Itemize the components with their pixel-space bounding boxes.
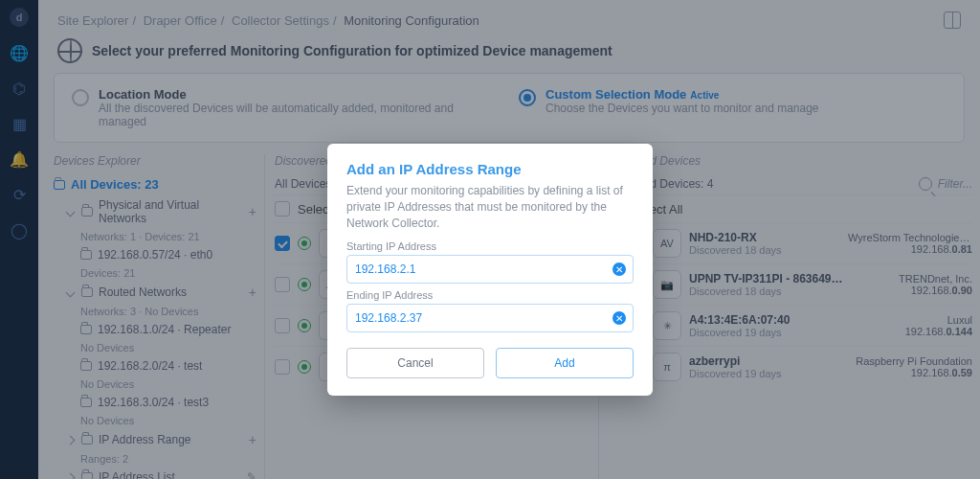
start-ip-input[interactable] bbox=[346, 255, 634, 284]
modal-overlay: Add an IP Address Range Extend your moni… bbox=[0, 0, 980, 479]
add-button[interactable]: Add bbox=[496, 348, 634, 378]
end-ip-input[interactable] bbox=[346, 304, 634, 332]
clear-icon[interactable]: ✕ bbox=[612, 311, 626, 325]
clear-icon[interactable]: ✕ bbox=[612, 262, 626, 276]
cancel-button[interactable]: Cancel bbox=[346, 348, 484, 378]
modal-description: Extend your monitoring capabilities by d… bbox=[346, 183, 634, 231]
add-ip-range-modal: Add an IP Address Range Extend your moni… bbox=[327, 144, 653, 396]
end-ip-label: Ending IP Address bbox=[346, 289, 634, 301]
modal-title: Add an IP Address Range bbox=[346, 161, 634, 177]
start-ip-label: Starting IP Address bbox=[346, 240, 634, 252]
